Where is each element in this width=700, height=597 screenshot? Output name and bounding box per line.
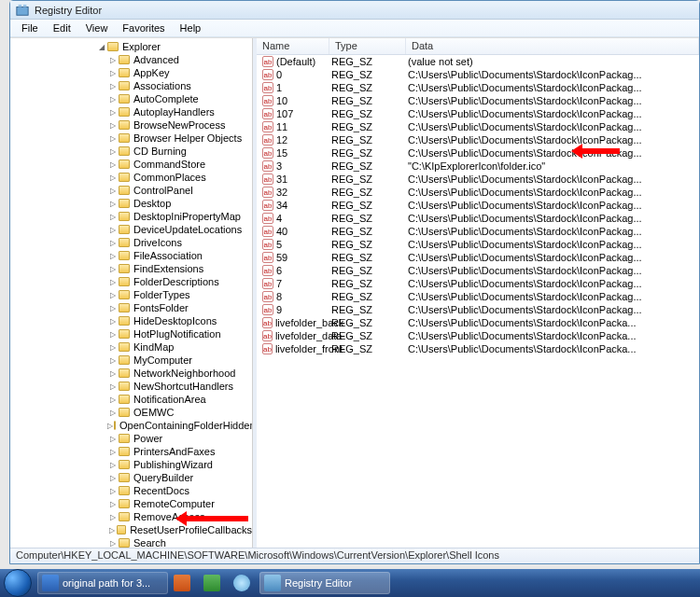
- tree-node[interactable]: ▷FindExtensions: [14, 262, 252, 275]
- expand-icon[interactable]: ▷: [107, 499, 118, 509]
- value-row[interactable]: ab3REG_SZ"C:\KIpExplorerIcon\folder.ico": [257, 160, 699, 173]
- value-row[interactable]: ab(Default)REG_SZ(value not set): [257, 55, 699, 68]
- tree-node[interactable]: ▷Desktop: [14, 197, 252, 210]
- expand-icon[interactable]: ▷: [107, 395, 118, 405]
- value-row[interactable]: ab5REG_SZC:\Users\Public\Documents\Stard…: [257, 238, 699, 251]
- column-type[interactable]: Type: [329, 38, 406, 54]
- tree-node[interactable]: ▷FolderDescriptions: [14, 275, 252, 288]
- tree-node[interactable]: ▷Browser Helper Objects: [14, 132, 252, 145]
- expand-icon[interactable]: ▷: [107, 329, 118, 340]
- taskbar[interactable]: original path for 3... Registry Editor: [0, 569, 700, 597]
- tree-node[interactable]: ▷FolderTypes: [14, 288, 252, 301]
- expand-icon[interactable]: ▷: [107, 186, 118, 196]
- expand-icon[interactable]: ▷: [107, 460, 118, 470]
- tree-node[interactable]: ▷MyComputer: [14, 354, 252, 367]
- expand-icon[interactable]: ▷: [107, 133, 118, 144]
- menu-file[interactable]: File: [14, 21, 46, 35]
- tree-node[interactable]: ▷KindMap: [14, 340, 252, 354]
- expand-icon[interactable]: ▷: [107, 225, 118, 235]
- expand-icon[interactable]: ▷: [107, 421, 113, 431]
- expand-icon[interactable]: ▷: [107, 264, 118, 274]
- expand-icon[interactable]: ▷: [107, 382, 118, 392]
- tree-node[interactable]: ▷AppKey: [14, 66, 252, 79]
- tree-node[interactable]: ▷Power: [14, 432, 252, 445]
- expand-icon[interactable]: ▷: [107, 525, 116, 535]
- expand-icon[interactable]: ▷: [107, 238, 118, 248]
- menu-edit[interactable]: Edit: [46, 21, 78, 35]
- expand-icon[interactable]: ▷: [107, 368, 118, 379]
- expand-icon[interactable]: ▷: [107, 120, 118, 131]
- value-row[interactable]: ab31REG_SZC:\Users\Public\Documents\Star…: [257, 173, 699, 186]
- value-row[interactable]: ab4REG_SZC:\Users\Public\Documents\Stard…: [257, 212, 699, 225]
- tree-node[interactable]: ▷RemoteComputer: [14, 497, 252, 510]
- tree-node[interactable]: ▷AutoComplete: [14, 92, 252, 105]
- tree-node[interactable]: ▷HotPlugNotification: [14, 327, 252, 340]
- tree-node[interactable]: ▷CD Burning: [14, 145, 252, 158]
- expand-icon[interactable]: ▷: [107, 434, 118, 444]
- expand-icon[interactable]: ▷: [107, 538, 118, 548]
- value-row[interactable]: ablivefolder_dataREG_SZC:\Users\Public\D…: [257, 329, 699, 342]
- value-row[interactable]: ablivefolder_backREG_SZC:\Users\Public\D…: [257, 316, 699, 329]
- expand-icon[interactable]: ▷: [107, 160, 118, 170]
- expand-icon[interactable]: ▷: [107, 316, 118, 326]
- tree-node[interactable]: ▷OpenContainingFolderHiddenList: [14, 419, 252, 432]
- value-row[interactable]: ab32REG_SZC:\Users\Public\Documents\Star…: [257, 186, 699, 199]
- expand-icon[interactable]: ▷: [107, 55, 118, 65]
- tree-node[interactable]: ▷PrintersAndFaxes: [14, 445, 252, 458]
- tree-node[interactable]: ▷NetworkNeighborhood: [14, 367, 252, 380]
- value-row[interactable]: ab12REG_SZC:\Users\Public\Documents\Star…: [257, 133, 699, 146]
- tree-node[interactable]: ▷ResetUserProfileCallbacks: [14, 523, 252, 536]
- tree-node[interactable]: ▷FileAssociation: [14, 249, 252, 262]
- taskbar-regedit[interactable]: Registry Editor: [259, 572, 390, 594]
- value-row[interactable]: ab9REG_SZC:\Users\Public\Documents\Stard…: [257, 303, 699, 316]
- expand-icon[interactable]: ▷: [107, 303, 118, 313]
- value-row[interactable]: ab40REG_SZC:\Users\Public\Documents\Star…: [257, 225, 699, 238]
- expand-icon[interactable]: ▷: [107, 290, 118, 300]
- tree-node[interactable]: ▷ControlPanel: [14, 184, 252, 197]
- column-data[interactable]: Data: [406, 38, 699, 54]
- expand-icon[interactable]: ▷: [107, 212, 118, 222]
- tree-node[interactable]: ▷Associations: [14, 79, 252, 92]
- expand-icon[interactable]: ▷: [107, 173, 118, 183]
- tree-node[interactable]: ▷NewShortcutHandlers: [14, 380, 252, 393]
- taskbar-powerpoint[interactable]: [170, 572, 198, 594]
- expand-icon[interactable]: ▷: [107, 447, 118, 457]
- tree-pane[interactable]: ◢ Explorer ▷Advanced▷AppKey▷Associations…: [10, 38, 253, 548]
- taskbar-word[interactable]: original path for 3...: [37, 572, 168, 594]
- tree-node[interactable]: ▷NotificationArea: [14, 393, 252, 406]
- tree-node[interactable]: ▷PublishingWizard: [14, 458, 252, 471]
- expand-icon[interactable]: ▷: [107, 512, 118, 522]
- tree-node[interactable]: ▷DesktopIniPropertyMap: [14, 210, 252, 223]
- expand-icon[interactable]: ▷: [107, 251, 118, 261]
- collapse-icon[interactable]: ◢: [96, 42, 106, 52]
- tree-node-explorer[interactable]: ◢ Explorer: [14, 40, 252, 53]
- value-row[interactable]: ab34REG_SZC:\Users\Public\Documents\Star…: [257, 199, 699, 212]
- tree-node[interactable]: ▷OEMWC: [14, 406, 252, 419]
- tree-node[interactable]: ▷RecentDocs: [14, 484, 252, 497]
- menu-favorites[interactable]: Favorites: [115, 21, 172, 35]
- value-row[interactable]: ablivefolder_frontREG_SZC:\Users\Public\…: [257, 342, 699, 355]
- value-row[interactable]: ab0REG_SZC:\Users\Public\Documents\Stard…: [257, 68, 699, 81]
- expand-icon[interactable]: ▷: [107, 81, 118, 91]
- tree-node[interactable]: ▷CommonPlaces: [14, 171, 252, 184]
- taskbar-excel[interactable]: [200, 572, 228, 594]
- tree-node[interactable]: ▷HideDesktopIcons: [14, 314, 252, 327]
- tree-node[interactable]: ▷AutoplayHandlers: [14, 105, 252, 118]
- expand-icon[interactable]: ▷: [107, 473, 118, 483]
- expand-icon[interactable]: ▷: [107, 146, 118, 157]
- expand-icon[interactable]: ▷: [107, 199, 118, 209]
- titlebar[interactable]: Registry Editor: [10, 1, 699, 20]
- expand-icon[interactable]: ▷: [107, 94, 118, 104]
- value-row[interactable]: ab59REG_SZC:\Users\Public\Documents\Star…: [257, 251, 699, 264]
- menu-view[interactable]: View: [78, 21, 116, 35]
- value-row[interactable]: ab11REG_SZC:\Users\Public\Documents\Star…: [257, 120, 699, 133]
- value-row[interactable]: ab7REG_SZC:\Users\Public\Documents\Stard…: [257, 277, 699, 290]
- tree-node[interactable]: ▷QueryBuilder: [14, 471, 252, 484]
- tree-node[interactable]: ▷BrowseNewProcess: [14, 118, 252, 132]
- expand-icon[interactable]: ▷: [107, 68, 118, 78]
- column-name[interactable]: Name: [257, 38, 329, 54]
- value-row[interactable]: ab6REG_SZC:\Users\Public\Documents\Stard…: [257, 264, 699, 277]
- expand-icon[interactable]: ▷: [107, 107, 118, 118]
- expand-icon[interactable]: ▷: [107, 355, 118, 366]
- tree-node[interactable]: ▷DriveIcons: [14, 236, 252, 249]
